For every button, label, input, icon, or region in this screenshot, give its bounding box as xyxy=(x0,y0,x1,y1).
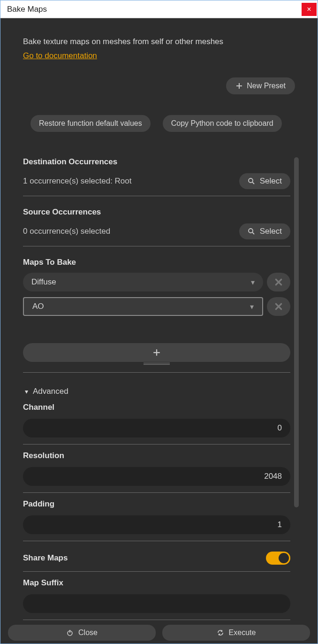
window-title: Bake Maps xyxy=(7,5,47,14)
divider xyxy=(23,246,290,246)
divider xyxy=(23,492,290,493)
padding-input[interactable]: 1 xyxy=(23,515,290,534)
select-label: Select xyxy=(260,227,282,236)
restore-defaults-label: Restore function default values xyxy=(39,119,142,128)
chevron-down-icon: ▾ xyxy=(250,302,254,311)
add-map-button[interactable] xyxy=(23,343,290,362)
source-occurrences-header: Source Occurrences xyxy=(23,207,290,217)
refresh-icon xyxy=(217,629,224,636)
map-type-dropdown[interactable]: Diffuse ▾ xyxy=(23,273,263,291)
divider xyxy=(23,541,290,541)
search-icon xyxy=(248,177,255,185)
advanced-label: Advanced xyxy=(33,387,68,396)
resolution-header: Resolution xyxy=(23,451,290,460)
remove-map-button[interactable] xyxy=(267,273,290,291)
destination-occurrences-value: 1 occurrence(s) selected: Root xyxy=(23,176,132,186)
resolution-value: 2048 xyxy=(264,472,282,481)
execute-button[interactable]: Execute xyxy=(162,625,310,641)
destination-select-button[interactable]: Select xyxy=(239,173,290,189)
toggle-knob xyxy=(279,553,289,563)
select-label: Select xyxy=(260,176,282,186)
divider xyxy=(23,372,290,373)
new-preset-label: New Preset xyxy=(247,82,286,90)
map-row: AO ▾ xyxy=(23,297,290,316)
resolution-input[interactable]: 2048 xyxy=(23,467,290,486)
plus-icon xyxy=(152,348,161,357)
source-select-button[interactable]: Select xyxy=(239,223,290,239)
channel-input[interactable]: 0 xyxy=(23,419,290,437)
padding-value: 1 xyxy=(278,520,282,529)
share-maps-toggle[interactable] xyxy=(266,552,290,565)
maps-to-bake-header: Maps To Bake xyxy=(23,258,290,267)
map-type-value: Diffuse xyxy=(31,277,56,287)
remove-icon xyxy=(274,302,283,311)
scrollbar-thumb[interactable] xyxy=(294,157,299,507)
svg-line-1 xyxy=(252,182,254,184)
map-row: Diffuse ▾ xyxy=(23,273,290,291)
channel-value: 0 xyxy=(278,423,282,433)
divider xyxy=(23,444,290,445)
divider xyxy=(23,196,290,196)
execute-label: Execute xyxy=(229,629,256,637)
documentation-link[interactable]: Go to documentation xyxy=(23,51,97,61)
scrollbar[interactable] xyxy=(294,157,299,606)
map-suffix-header: Map Suffix xyxy=(23,578,290,588)
resize-grip-icon[interactable] xyxy=(144,362,170,365)
copy-python-button[interactable]: Copy Python code to clipboard xyxy=(163,115,282,132)
remove-icon xyxy=(274,278,283,286)
svg-point-0 xyxy=(249,178,253,183)
power-icon xyxy=(66,629,74,636)
divider xyxy=(23,571,290,572)
plus-icon xyxy=(235,82,243,90)
map-type-value: AO xyxy=(32,302,44,311)
map-suffix-input[interactable] xyxy=(23,594,290,613)
close-icon: × xyxy=(307,5,311,14)
map-type-dropdown[interactable]: AO ▾ xyxy=(23,297,263,316)
share-maps-header: Share Maps xyxy=(23,553,68,563)
close-window-button[interactable]: × xyxy=(302,3,317,16)
padding-header: Padding xyxy=(23,499,290,509)
advanced-toggle[interactable]: ▾ Advanced xyxy=(25,387,290,396)
description-text: Bake texture maps on meshes from self or… xyxy=(23,37,295,46)
svg-point-2 xyxy=(249,229,253,233)
restore-defaults-button[interactable]: Restore function default values xyxy=(30,115,151,132)
chevron-down-icon: ▾ xyxy=(251,278,255,287)
search-icon xyxy=(248,228,255,235)
close-button[interactable]: Close xyxy=(8,625,156,641)
destination-occurrences-header: Destination Occurrences xyxy=(23,157,290,167)
source-occurrences-value: 0 occurrence(s) selected xyxy=(23,227,110,236)
chevron-down-icon: ▾ xyxy=(25,388,28,395)
svg-line-3 xyxy=(252,232,254,234)
copy-python-label: Copy Python code to clipboard xyxy=(171,119,273,128)
channel-header: Channel xyxy=(23,403,290,412)
close-label: Close xyxy=(78,629,98,637)
divider xyxy=(23,620,290,620)
new-preset-button[interactable]: New Preset xyxy=(226,77,295,94)
remove-map-button[interactable] xyxy=(267,297,290,316)
